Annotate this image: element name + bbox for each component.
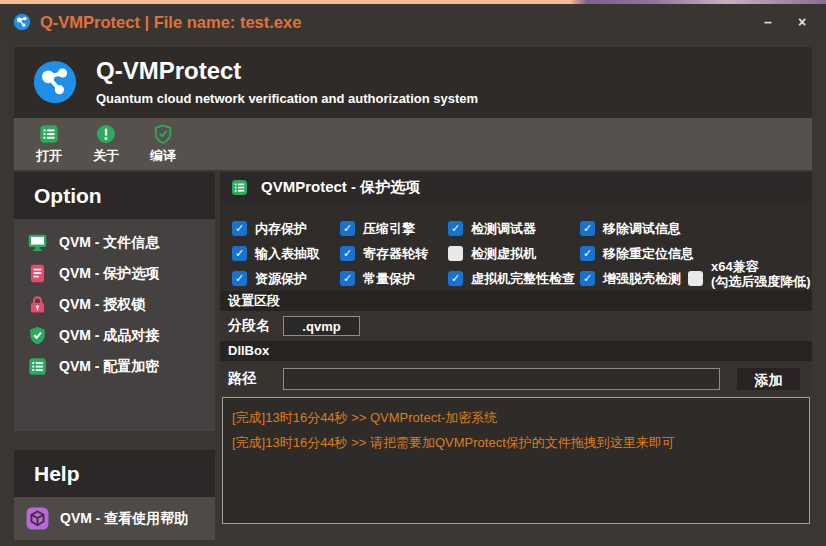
segment-row: 分段名: [220, 311, 812, 341]
sidebar-help-header: Help: [14, 450, 215, 497]
checkbox-label: 移除重定位信息: [603, 245, 694, 263]
checkbox-label: 压缩引擎: [363, 220, 415, 238]
checkbox-item-12[interactable]: x64兼容(勾选后强度降低): [688, 266, 812, 291]
toolbar-button-compile[interactable]: 编译: [140, 123, 186, 165]
checkbox-item-6[interactable]: 检测虚拟机: [448, 241, 580, 266]
panel-title: QVMProtect - 保护选项: [261, 178, 420, 197]
sidebar-option-header: Option: [14, 172, 215, 219]
sidebar-item-product-connect[interactable]: QVM - 成品对接: [14, 320, 215, 351]
checkbox-box[interactable]: ✓: [232, 221, 247, 236]
log-line: [完成]13时16分44秒 >> QVMProtect-加密系统: [232, 405, 800, 430]
app-window: Q-VMProtect | File name: test.exe – × Q-…: [0, 0, 826, 546]
checkbox-box[interactable]: ✓: [580, 246, 595, 261]
checkbox-item-7[interactable]: ✓移除重定位信息: [580, 241, 688, 266]
checkbox-item-1[interactable]: ✓压缩引擎: [340, 216, 448, 241]
log-line: [完成]13时16分44秒 >> 请把需要加QVMProtect保护的文件拖拽到…: [232, 430, 800, 455]
list-icon: [230, 178, 249, 197]
checkbox-label: 寄存器轮转: [363, 245, 428, 263]
checkbox-label: 检测虚拟机: [471, 245, 536, 263]
checkbox-grid: ✓内存保护✓压缩引擎✓检测调试器✓移除调试信息✓输入表抽取✓寄存器轮转检测虚拟机…: [220, 202, 812, 291]
app-header: Q-VMProtect Quantum cloud network verifi…: [14, 47, 812, 118]
sidebar-item-config-encrypt[interactable]: QVM - 配置加密: [14, 351, 215, 382]
add-button[interactable]: 添加: [737, 368, 800, 390]
checkbox-label: 移除调试信息: [603, 220, 681, 238]
app-subtitle: Quantum cloud network verification and a…: [96, 91, 478, 106]
app-logo-icon: [13, 13, 31, 31]
checkbox-item-8[interactable]: ✓资源保护: [232, 266, 340, 291]
sidebar-item-label: QVM - 查看使用帮助: [60, 510, 188, 528]
checkbox-label: 虚拟机完整性检查: [471, 270, 575, 288]
dll-path-row: 路径 添加: [220, 361, 812, 396]
checkbox-item-3[interactable]: ✓移除调试信息: [580, 216, 688, 241]
checkbox-label: 输入表抽取: [255, 245, 320, 263]
checkbox-item-4[interactable]: ✓输入表抽取: [232, 241, 340, 266]
info-icon: [95, 123, 117, 145]
window-title: Q-VMProtect | File name: test.exe: [40, 4, 301, 40]
checkbox-box[interactable]: ✓: [232, 271, 247, 286]
sidebar-item-label: QVM - 配置加密: [59, 358, 159, 376]
dllbox-section-header: DllBox: [220, 341, 812, 361]
shield-check-icon: [27, 325, 48, 346]
checkbox-box[interactable]: ✓: [580, 271, 595, 286]
minimize-button[interactable]: –: [754, 7, 782, 37]
segment-name-input[interactable]: [283, 316, 360, 336]
toolbar-button-open[interactable]: 打开: [26, 123, 72, 165]
log-drop-area[interactable]: [完成]13时16分44秒 >> QVMProtect-加密系统[完成]13时1…: [222, 397, 810, 524]
sidebar-item-label: QVM - 文件信息: [59, 234, 159, 252]
panel-header: QVMProtect - 保护选项: [220, 172, 812, 202]
dll-path-input[interactable]: [283, 368, 720, 390]
sidebar-item-label: QVM - 成品对接: [59, 327, 159, 345]
segment-section-header: 设置区段: [220, 291, 812, 311]
app-title: Q-VMProtect: [96, 57, 241, 85]
shield-outline-icon: [152, 123, 174, 145]
checkbox-box[interactable]: ✓: [232, 246, 247, 261]
checkbox-item-11[interactable]: ✓增强脱壳检测: [580, 266, 688, 291]
segment-name-label: 分段名: [228, 317, 270, 335]
toolbar: 打开关于编译: [14, 118, 812, 170]
checkbox-item-9[interactable]: ✓常量保护: [340, 266, 448, 291]
checkbox-label: x64兼容(勾选后强度降低): [711, 259, 811, 289]
sidebar-item-protect-options[interactable]: QVM - 保护选项: [14, 258, 215, 289]
sidebar-item-label: QVM - 保护选项: [59, 265, 159, 283]
title-bar[interactable]: Q-VMProtect | File name: test.exe – ×: [0, 4, 826, 40]
app-logo-icon: [32, 59, 78, 105]
document-icon: [27, 263, 48, 284]
list-icon: [27, 356, 48, 377]
checkbox-label: 增强脱壳检测: [603, 270, 681, 288]
checkbox-box[interactable]: [448, 246, 463, 261]
checkbox-item-5[interactable]: ✓寄存器轮转: [340, 241, 448, 266]
cube-icon: [25, 506, 50, 531]
checkbox-item-10[interactable]: ✓虚拟机完整性检查: [448, 266, 580, 291]
checkbox-box[interactable]: [688, 271, 703, 286]
checkbox-label: 检测调试器: [471, 220, 536, 238]
checkbox-label: 资源保护: [255, 270, 307, 288]
toolbar-button-label: 打开: [36, 147, 62, 165]
lock-icon: [27, 294, 48, 315]
sidebar-items: QVM - 文件信息QVM - 保护选项QVM - 授权锁QVM - 成品对接Q…: [14, 219, 215, 431]
path-label: 路径: [228, 370, 256, 388]
close-button[interactable]: ×: [788, 7, 816, 37]
checkbox-box[interactable]: ✓: [340, 246, 355, 261]
checkbox-box[interactable]: ✓: [448, 221, 463, 236]
checkbox-box[interactable]: ✓: [580, 221, 595, 236]
toolbar-button-about[interactable]: 关于: [83, 123, 129, 165]
sidebar-item-view-help[interactable]: QVM - 查看使用帮助: [14, 497, 215, 540]
checkbox-label: 内存保护: [255, 220, 307, 238]
sidebar-item-label: QVM - 授权锁: [59, 296, 145, 314]
checkbox-box[interactable]: ✓: [340, 221, 355, 236]
toolbar-button-label: 编译: [150, 147, 176, 165]
checkbox-box[interactable]: ✓: [340, 271, 355, 286]
checkbox-box[interactable]: ✓: [448, 271, 463, 286]
checkbox-label: 常量保护: [363, 270, 415, 288]
checkbox-item-0[interactable]: ✓内存保护: [232, 216, 340, 241]
checkbox-item-2[interactable]: ✓检测调试器: [448, 216, 580, 241]
toolbar-button-label: 关于: [93, 147, 119, 165]
sidebar-item-file-info[interactable]: QVM - 文件信息: [14, 227, 215, 258]
sidebar-item-license-lock[interactable]: QVM - 授权锁: [14, 289, 215, 320]
monitor-icon: [27, 232, 48, 253]
list-icon: [38, 123, 60, 145]
